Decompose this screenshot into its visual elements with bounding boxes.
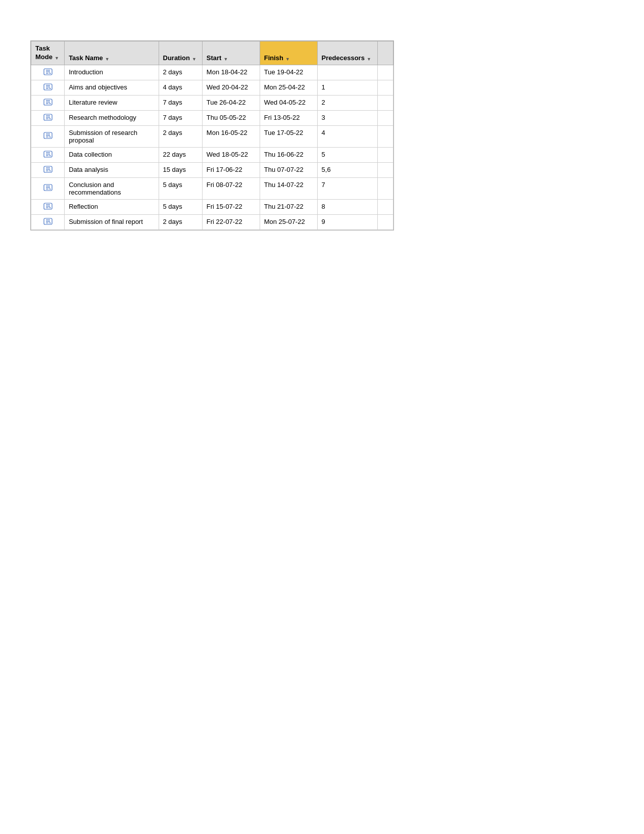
start-cell: Tue 26-04-22	[202, 95, 260, 110]
th-start-label: Start	[207, 54, 222, 62]
task-name-cell: Introduction	[65, 65, 159, 80]
finish-cell: Fri 13-05-22	[260, 110, 317, 125]
finish-cell: Thu 21-07-22	[260, 199, 317, 214]
start-cell: Fri 08-07-22	[202, 177, 260, 199]
predecessors-cell: 8	[317, 199, 377, 214]
table-row: Reflection5 daysFri 15-07-22Thu 21-07-22…	[31, 199, 393, 214]
duration-cell: 5 days	[159, 177, 202, 199]
th-predecessors[interactable]: Predecessors ▼	[317, 41, 377, 65]
task-mode-icon	[43, 151, 53, 159]
task-name-text: Submission of final report	[69, 218, 143, 225]
task-name-cell: Conclusion and recommendations	[65, 177, 159, 199]
table-row: Data collection22 daysWed 18-05-22Thu 16…	[31, 147, 393, 162]
predecessors-cell: 4	[317, 125, 377, 147]
predecessors-cell: 5,6	[317, 162, 377, 177]
task-mode-cell	[31, 95, 65, 110]
task-name-text: Reflection	[69, 203, 98, 210]
extra-cell	[377, 110, 393, 125]
predecessors-cell: 7	[317, 177, 377, 199]
predecessors-cell: 2	[317, 95, 377, 110]
th-duration-sort-icon: ▼	[192, 57, 196, 62]
th-start-sort-icon: ▼	[223, 57, 228, 62]
start-cell: Thu 05-05-22	[202, 110, 260, 125]
th-finish-sort-icon: ▼	[285, 57, 290, 62]
duration-cell: 2 days	[159, 214, 202, 229]
th-finish-label: Finish	[264, 54, 283, 62]
th-finish[interactable]: Finish ▼	[260, 41, 317, 65]
start-cell: Mon 16-05-22	[202, 125, 260, 147]
table-row: Submission of research proposal2 daysMon…	[31, 125, 393, 147]
th-duration-label: Duration	[163, 54, 190, 62]
task-name-text: Literature review	[69, 99, 117, 106]
task-name-text: Data analysis	[69, 166, 108, 173]
task-mode-icon	[43, 114, 53, 122]
task-mode-cell	[31, 214, 65, 229]
task-name-text: Submission of research proposal	[69, 129, 137, 144]
extra-cell	[377, 80, 393, 95]
task-mode-icon	[43, 184, 53, 193]
th-task-name-sort-icon: ▼	[105, 57, 110, 62]
extra-cell	[377, 177, 393, 199]
task-name-cell: Research methodology	[65, 110, 159, 125]
finish-cell: Mon 25-04-22	[260, 80, 317, 95]
task-name-text: Introduction	[69, 68, 103, 76]
task-name-text: Conclusion and recommendations	[69, 181, 121, 196]
task-mode-cell	[31, 80, 65, 95]
table-row: Aims and objectives4 daysWed 20-04-22Mon…	[31, 80, 393, 95]
th-task-mode[interactable]: TaskMode ▼	[31, 41, 65, 65]
gantt-table-container: TaskMode ▼ Task Name ▼ Duration ▼	[30, 40, 394, 230]
finish-cell: Mon 25-07-22	[260, 214, 317, 229]
start-cell: Mon 18-04-22	[202, 65, 260, 80]
table-row: Research methodology7 daysThu 05-05-22Fr…	[31, 110, 393, 125]
duration-cell: 2 days	[159, 125, 202, 147]
task-mode-cell	[31, 162, 65, 177]
table-row: Literature review7 daysTue 26-04-22Wed 0…	[31, 95, 393, 110]
extra-cell	[377, 125, 393, 147]
task-mode-cell	[31, 147, 65, 162]
duration-cell: 4 days	[159, 80, 202, 95]
task-name-cell: Aims and objectives	[65, 80, 159, 95]
task-mode-icon	[43, 68, 53, 77]
start-cell: Fri 15-07-22	[202, 199, 260, 214]
task-mode-icon	[43, 166, 53, 174]
extra-cell	[377, 95, 393, 110]
table-row: Data analysis15 daysFri 17-06-22Thu 07-0…	[31, 162, 393, 177]
th-predecessors-label: Predecessors	[322, 54, 365, 62]
finish-cell: Wed 04-05-22	[260, 95, 317, 110]
task-mode-icon	[43, 83, 53, 92]
extra-cell	[377, 162, 393, 177]
gantt-table: TaskMode ▼ Task Name ▼ Duration ▼	[31, 41, 393, 230]
task-mode-cell	[31, 125, 65, 147]
task-name-cell: Data analysis	[65, 162, 159, 177]
start-cell: Fri 22-07-22	[202, 214, 260, 229]
finish-cell: Thu 07-07-22	[260, 162, 317, 177]
task-mode-icon	[43, 99, 53, 107]
duration-cell: 15 days	[159, 162, 202, 177]
predecessors-cell: 1	[317, 80, 377, 95]
duration-cell: 2 days	[159, 65, 202, 80]
task-name-text: Research methodology	[69, 114, 136, 121]
start-cell: Wed 20-04-22	[202, 80, 260, 95]
duration-cell: 7 days	[159, 110, 202, 125]
finish-cell: Thu 14-07-22	[260, 177, 317, 199]
extra-cell	[377, 147, 393, 162]
predecessors-cell: 5	[317, 147, 377, 162]
task-mode-cell	[31, 110, 65, 125]
extra-cell	[377, 214, 393, 229]
finish-cell: Thu 16-06-22	[260, 147, 317, 162]
table-row: Conclusion and recommendations5 daysFri …	[31, 177, 393, 199]
task-name-text: Aims and objectives	[69, 83, 127, 91]
extra-cell	[377, 199, 393, 214]
task-name-cell: Literature review	[65, 95, 159, 110]
task-name-cell: Data collection	[65, 147, 159, 162]
duration-cell: 22 days	[159, 147, 202, 162]
extra-cell	[377, 65, 393, 80]
th-duration[interactable]: Duration ▼	[159, 41, 202, 65]
duration-cell: 7 days	[159, 95, 202, 110]
task-mode-cell	[31, 65, 65, 80]
th-start[interactable]: Start ▼	[202, 41, 260, 65]
th-task-name[interactable]: Task Name ▼	[65, 41, 159, 65]
predecessors-cell	[317, 65, 377, 80]
task-name-text: Data collection	[69, 151, 112, 158]
task-mode-icon	[43, 203, 53, 211]
